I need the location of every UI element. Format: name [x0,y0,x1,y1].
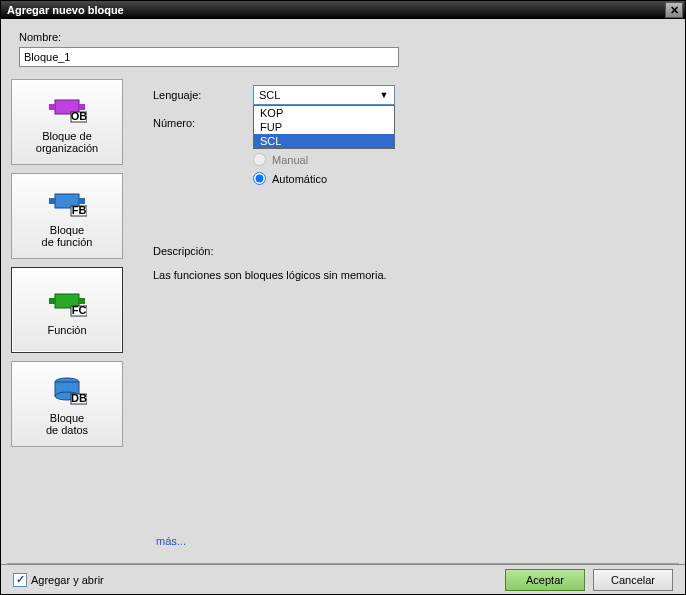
number-row: Número: [153,117,675,129]
svg-text:FB: FB [72,204,87,216]
block-type-list: OB Bloque de organización FB [11,75,123,535]
add-open-checkbox[interactable]: ✓ [13,573,27,587]
svg-rect-1 [49,104,55,110]
language-dropdown[interactable]: SCL ▼ [253,85,395,105]
db-label: Bloque de datos [46,412,88,436]
svg-rect-6 [49,198,55,204]
description-section: Descripción: Las funciones son bloques l… [153,245,675,281]
radio-auto-row[interactable]: Automático [253,172,675,185]
block-type-ob[interactable]: OB Bloque de organización [11,79,123,165]
fb-label: Bloque de función [42,224,93,248]
fc-label: Función [47,324,86,336]
name-label: Nombre: [19,31,667,43]
radio-manual[interactable] [253,153,266,166]
right-column: Lenguaje: SCL ▼ KOP FUP SCL [123,75,675,535]
language-row: Lenguaje: SCL ▼ KOP FUP SCL [153,85,675,105]
content-area: Nombre: OB Bloque de organizació [1,19,685,594]
name-row: Nombre: [1,19,685,75]
accept-button[interactable]: Aceptar [505,569,585,591]
dialog-window: Agregar nuevo bloque ✕ Nombre: [0,0,686,595]
block-type-db[interactable]: DB Bloque de datos [11,361,123,447]
name-input[interactable] [19,47,399,67]
language-option-kop[interactable]: KOP [254,106,394,120]
language-option-fup[interactable]: FUP [254,120,394,134]
language-value: SCL [259,89,280,101]
footer-right: Aceptar Cancelar [505,569,673,591]
radio-manual-label: Manual [272,154,308,166]
description-label: Descripción: [153,245,675,257]
description-text: Las funciones son bloques lógicos sin me… [153,269,675,281]
chevron-down-icon: ▼ [376,87,392,103]
radio-auto[interactable] [253,172,266,185]
add-open-label: Agregar y abrir [31,574,104,586]
more-link[interactable]: más... [156,535,186,547]
svg-rect-11 [49,298,55,304]
number-label: Número: [153,117,253,129]
db-icon: DB [47,372,87,408]
svg-text:OB: OB [71,110,87,122]
fb-icon: FB [47,184,87,220]
close-button[interactable]: ✕ [665,2,683,18]
language-dropdown-list: KOP FUP SCL [253,105,395,149]
language-label: Lenguaje: [153,89,253,101]
ob-icon: OB [47,90,87,126]
radio-manual-row[interactable]: Manual [253,153,675,166]
check-icon: ✓ [16,574,25,585]
block-type-fc[interactable]: FC Función [11,267,123,353]
fc-icon: FC [47,284,87,320]
cancel-button[interactable]: Cancelar [593,569,673,591]
window-title: Agregar nuevo bloque [7,4,124,16]
footer: ✓ Agregar y abrir Aceptar Cancelar [1,564,685,594]
svg-text:DB: DB [71,392,87,404]
language-dropdown-wrap: SCL ▼ KOP FUP SCL [253,85,395,105]
footer-left: ✓ Agregar y abrir [13,573,104,587]
number-radio-group: Manual Automático [253,153,675,185]
block-type-fb[interactable]: FB Bloque de función [11,173,123,259]
close-icon: ✕ [670,5,679,16]
ob-label: Bloque de organización [36,130,98,154]
radio-auto-label: Automático [272,173,327,185]
main-area: OB Bloque de organización FB [1,75,685,535]
titlebar: Agregar nuevo bloque ✕ [1,1,685,19]
language-option-scl[interactable]: SCL [254,134,394,148]
svg-text:FC: FC [72,304,87,316]
